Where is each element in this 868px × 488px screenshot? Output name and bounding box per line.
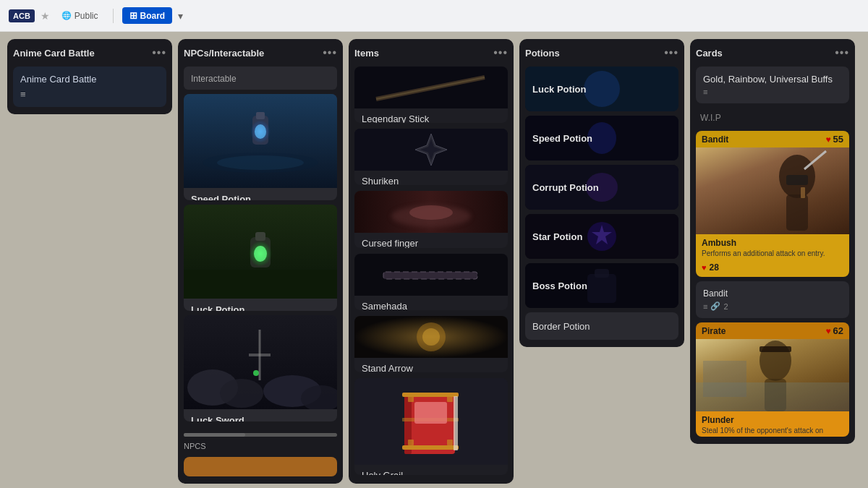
interactable-tag-label: Interactable xyxy=(191,74,237,84)
boss-potion-card[interactable]: Boss Potion xyxy=(525,263,678,308)
holy-grail-card[interactable]: Holy Grail xyxy=(354,378,508,475)
pirate-ability-desc: Steal 10% of the opponent's attack on xyxy=(702,427,843,435)
samehada-art xyxy=(354,254,508,296)
luck-potion-image: Luck Potion xyxy=(525,67,678,111)
column-header-2: NPCs/Interactable ••• xyxy=(184,46,337,59)
bandit-attack-val: 28 xyxy=(710,262,719,273)
legendary-stick-art xyxy=(354,67,508,108)
column-cards: Cards ••• Gold, Rainbow, Universal Buffs… xyxy=(690,39,855,444)
column-potions: Potions ••• Luck Potion Speed Potion xyxy=(519,39,684,347)
column-menu-1[interactable]: ••• xyxy=(152,46,166,59)
luck-sword-npc-card[interactable]: Luck Sword xyxy=(184,315,337,421)
boss-potion-image: Boss Potion xyxy=(525,263,678,308)
svg-rect-61 xyxy=(786,194,808,231)
svg-point-29 xyxy=(409,205,453,220)
legendary-stick-label: Legendary Stick xyxy=(354,108,508,123)
pirate-hp: 62 xyxy=(833,325,843,336)
column-header-4: Potions ••• xyxy=(525,46,678,59)
pirate-ability-name: Plunder xyxy=(702,415,843,425)
topbar: ACB ★ Public Board ▾ xyxy=(0,0,868,32)
luck-potion-card[interactable]: Luck Potion xyxy=(525,67,678,111)
bandit-footer-label: Bandit xyxy=(703,288,842,299)
legendary-stick-image xyxy=(354,67,508,108)
bandit-count: 2 xyxy=(723,302,728,311)
wip-section: W.I.P xyxy=(696,108,849,127)
shuriken-image xyxy=(354,129,508,171)
svg-point-35 xyxy=(422,328,440,346)
logo: ACB xyxy=(9,9,35,22)
cursed-finger-card[interactable]: Cursed finger xyxy=(354,191,508,247)
pirate-hp-display: ♥ 62 xyxy=(825,325,843,336)
svg-point-2 xyxy=(203,153,318,173)
stand-arrow-card[interactable]: Stand Arrow xyxy=(354,316,508,372)
star-icon[interactable]: ★ xyxy=(41,10,50,22)
equals-icon: ≡ xyxy=(703,302,707,311)
shuriken-card[interactable]: Shuriken xyxy=(354,129,508,185)
column-menu-2[interactable]: ••• xyxy=(323,46,337,59)
luck-sword-npc-art xyxy=(184,315,337,409)
shuriken-label: Shuriken xyxy=(354,171,508,185)
speed-potion-npc-card[interactable]: Speed Potion xyxy=(184,94,337,200)
bandit-figure xyxy=(696,147,849,234)
corrupt-potion-card[interactable]: Corrupt Potion xyxy=(525,165,678,210)
luck-potion-npc-card[interactable]: Luck Potion xyxy=(184,205,337,311)
luck-potion-npc-image xyxy=(184,205,337,299)
pirate-anime-card[interactable]: Pirate ♥ 62 xyxy=(696,322,849,437)
column-menu-5[interactable]: ••• xyxy=(835,46,849,59)
samehada-image xyxy=(354,254,508,296)
column-menu-4[interactable]: ••• xyxy=(664,46,678,59)
bandit-card-art xyxy=(696,147,849,234)
luck-sword-npc-label: Luck Sword xyxy=(184,409,337,421)
luck-potion-npc-art xyxy=(184,205,337,299)
column-title-5: Cards xyxy=(696,48,723,59)
svg-rect-43 xyxy=(447,396,453,402)
samehada-label: Samehada xyxy=(354,296,508,310)
svg-rect-8 xyxy=(184,270,337,299)
svg-rect-39 xyxy=(402,445,459,450)
speed-potion-card[interactable]: Speed Potion xyxy=(525,116,678,160)
svg-point-6 xyxy=(255,124,266,139)
star-potion-image: Star Potion xyxy=(525,214,678,259)
svg-rect-59 xyxy=(696,147,849,234)
pirate-card-art xyxy=(696,339,849,411)
holy-grail-label: Holy Grail xyxy=(354,465,508,475)
bandit-anime-card[interactable]: Bandit ♥ 55 xyxy=(696,131,849,277)
corrupt-potion-image: Corrupt Potion xyxy=(525,165,678,210)
heart-icon-pirate: ♥ xyxy=(825,326,830,336)
svg-rect-10 xyxy=(255,232,265,241)
chevron-down-icon[interactable]: ▾ xyxy=(178,10,183,22)
holy-grail-art xyxy=(399,382,464,461)
bandit-footer-card[interactable]: Bandit ≡ 🔗 2 xyxy=(696,281,849,318)
board-button[interactable]: Board xyxy=(122,7,173,24)
public-badge[interactable]: Public xyxy=(56,9,104,23)
border-potion-card[interactable]: Border Potion xyxy=(525,312,678,340)
npc-bottom-partial-card[interactable] xyxy=(184,457,337,476)
svg-rect-58 xyxy=(595,269,609,278)
luck-sword-npc-image xyxy=(184,315,337,409)
board-area: Anime Card Battle ••• Anime Card Battle … xyxy=(0,32,868,488)
speed-potion-npc-label: Speed Potion xyxy=(184,188,337,200)
column-title-1: Anime Card Battle xyxy=(13,48,95,59)
gold-rainbow-card[interactable]: Gold, Rainbow, Universal Buffs ≡ xyxy=(696,67,849,103)
samehada-card[interactable]: Samehada xyxy=(354,254,508,310)
column-anime-card-battle: Anime Card Battle ••• Anime Card Battle … xyxy=(7,39,172,114)
pirate-card-header: Pirate ♥ 62 xyxy=(696,322,849,339)
svg-rect-70 xyxy=(703,361,746,397)
svg-rect-68 xyxy=(760,346,791,352)
border-potion-label: Border Potion xyxy=(532,321,590,332)
stand-arrow-label: Stand Arrow xyxy=(354,358,508,372)
svg-point-18 xyxy=(253,370,259,376)
cursed-finger-label: Cursed finger xyxy=(354,233,508,247)
svg-point-12 xyxy=(254,246,267,262)
svg-rect-45 xyxy=(447,440,453,445)
pirate-figure xyxy=(696,339,849,411)
star-potion-card[interactable]: Star Potion xyxy=(525,214,678,259)
column-header-5: Cards ••• xyxy=(696,46,849,59)
stand-arrow-art xyxy=(354,316,508,358)
svg-rect-46 xyxy=(454,396,458,450)
interactable-tag[interactable]: Interactable xyxy=(184,67,337,90)
legendary-stick-card[interactable]: Legendary Stick xyxy=(354,67,508,123)
corrupt-potion-label: Corrupt Potion xyxy=(525,182,606,193)
column-menu-3[interactable]: ••• xyxy=(493,46,508,59)
acb-card[interactable]: Anime Card Battle ≡ xyxy=(13,67,166,107)
